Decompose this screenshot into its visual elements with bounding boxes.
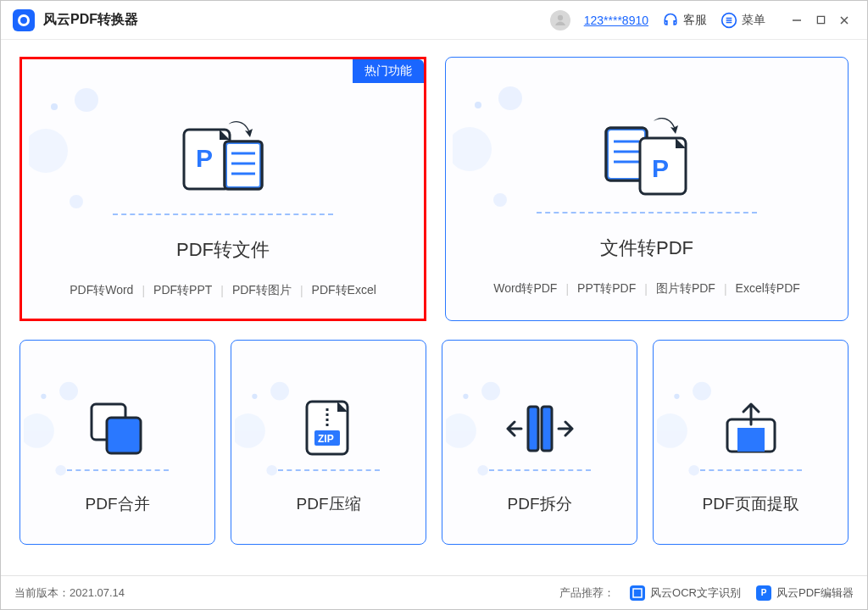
svg-point-0	[558, 14, 563, 19]
card-pdf-compress[interactable]: ZIP PDF压缩	[231, 340, 426, 545]
svg-rect-11	[227, 144, 259, 186]
titlebar: 风云PDF转换器 123****8910 客服 菜单	[1, 1, 867, 40]
card-title: PDF拆分	[508, 493, 572, 515]
card-pdf-to-file[interactable]: 热门功能 P	[19, 57, 426, 321]
svg-point-6	[70, 195, 83, 208]
decorative-bubbles-icon	[235, 378, 308, 484]
support-label: 客服	[683, 13, 707, 28]
ocr-logo-icon	[630, 585, 645, 601]
svg-rect-53	[737, 428, 765, 452]
decorative-bubbles-icon	[657, 378, 730, 484]
editor-logo-icon: P	[756, 585, 771, 601]
svg-point-43	[481, 382, 500, 401]
decorative-bubbles-icon	[29, 83, 122, 219]
sub-item[interactable]: PDF转Excel	[312, 283, 376, 298]
hot-badge: 热门功能	[353, 59, 424, 83]
divider	[537, 212, 757, 214]
menu-button[interactable]: 菜单	[721, 12, 765, 29]
menu-label: 菜单	[742, 13, 765, 28]
zip-label: ZIP	[318, 433, 334, 445]
card-pdf-extract[interactable]: PDF页面提取	[653, 340, 849, 545]
sub-options: PDF转Word| PDF转PPT| PDF转图片| PDF转Excel	[70, 283, 376, 298]
pdf-to-file-icon: P	[177, 108, 269, 210]
svg-rect-46	[528, 407, 538, 451]
svg-point-49	[693, 382, 711, 401]
svg-point-51	[688, 465, 698, 475]
recommend-ocr[interactable]: 风云OCR文字识别	[630, 585, 741, 601]
svg-rect-54	[633, 589, 642, 597]
card-title: PDF页面提取	[703, 493, 799, 515]
svg-point-18	[453, 127, 492, 171]
svg-point-48	[674, 394, 679, 399]
divider	[113, 214, 333, 215]
sub-item[interactable]: Word转PDF	[493, 281, 557, 297]
minimize-button[interactable]	[786, 9, 808, 31]
card-pdf-merge[interactable]: PDF合并	[19, 340, 215, 545]
svg-point-16	[475, 102, 481, 108]
sub-item[interactable]: Excel转PDF	[736, 281, 800, 297]
sub-options: Word转PDF| PPT转PDF| 图片转PDF| Excel转PDF	[493, 281, 800, 297]
svg-text:P: P	[652, 154, 669, 182]
decorative-bubbles-icon	[24, 378, 97, 484]
svg-point-31	[24, 413, 54, 448]
svg-point-44	[446, 413, 476, 448]
menu-list-icon	[721, 12, 737, 29]
svg-point-29	[41, 394, 46, 399]
version-value: 2021.07.14	[70, 586, 125, 599]
svg-point-45	[477, 465, 487, 475]
user-id-link[interactable]: 123****8910	[584, 14, 648, 27]
sub-item[interactable]: PDF转Word	[70, 283, 133, 298]
card-pdf-split[interactable]: PDF拆分	[442, 340, 637, 545]
maximize-button[interactable]	[810, 9, 832, 31]
card-title: PDF转文件	[176, 237, 270, 263]
recommend-label: 产品推荐：	[559, 585, 615, 601]
avatar-icon[interactable]	[550, 10, 570, 30]
svg-point-38	[266, 465, 276, 475]
sub-item[interactable]: PDF转PPT	[153, 283, 212, 298]
svg-rect-34	[107, 418, 141, 453]
card-file-to-pdf[interactable]: P 文件转PDF Word转PDF| PPT转PDF| 图片转PDF| Exce…	[445, 57, 849, 321]
compress-icon: ZIP	[302, 390, 356, 468]
svg-point-4	[75, 88, 98, 112]
close-button[interactable]	[833, 9, 855, 31]
svg-point-37	[235, 413, 265, 448]
svg-point-50	[657, 413, 687, 448]
svg-rect-47	[542, 407, 552, 451]
svg-point-32	[55, 465, 65, 475]
headset-icon	[662, 12, 679, 29]
svg-point-30	[59, 382, 78, 401]
decorative-bubbles-icon	[453, 81, 546, 217]
recommend-ocr-label: 风云OCR文字识别	[650, 585, 741, 601]
svg-point-42	[463, 394, 468, 399]
svg-point-5	[29, 129, 68, 173]
svg-point-36	[270, 382, 289, 401]
app-logo-icon	[13, 9, 35, 31]
sub-item[interactable]: PDF转图片	[232, 283, 292, 298]
svg-rect-2	[817, 16, 824, 23]
sub-item[interactable]: 图片转PDF	[656, 281, 715, 297]
card-title: PDF压缩	[297, 493, 361, 515]
support-button[interactable]: 客服	[662, 12, 707, 29]
recommend-editor-label: 风云PDF编辑器	[776, 585, 854, 601]
sub-item[interactable]: PPT转PDF	[577, 281, 636, 297]
svg-point-3	[51, 103, 58, 110]
svg-text:P: P	[196, 144, 213, 172]
decorative-bubbles-icon	[446, 378, 519, 484]
card-title: 文件转PDF	[600, 236, 693, 261]
version-label: 当前版本：	[14, 585, 70, 601]
svg-point-35	[252, 394, 257, 399]
file-to-pdf-icon: P	[601, 107, 693, 208]
app-title: 风云PDF转换器	[43, 11, 138, 29]
svg-point-19	[493, 193, 507, 207]
footer: 当前版本： 2021.07.14 产品推荐： 风云OCR文字识别 P 风云PDF…	[1, 575, 867, 609]
recommend-editor[interactable]: P 风云PDF编辑器	[756, 585, 854, 601]
svg-point-17	[498, 86, 522, 110]
card-title: PDF合并	[86, 493, 150, 515]
